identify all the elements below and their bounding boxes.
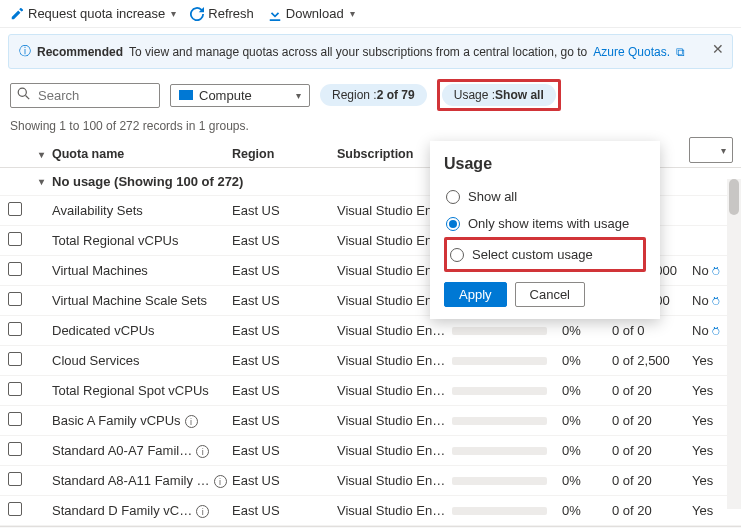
table-row[interactable]: Dedicated vCPUsEast USVisual Studio En…0… bbox=[0, 316, 741, 346]
column-dropdown[interactable]: ▾ bbox=[689, 137, 733, 163]
toolbar: Request quota increase ▾ Refresh Downloa… bbox=[0, 0, 741, 28]
person-icon[interactable]: ⍥ bbox=[709, 323, 721, 338]
refresh-label: Refresh bbox=[208, 6, 254, 21]
info-icon: ⓘ bbox=[19, 43, 31, 60]
table-row[interactable]: Basic A Family vCPUsiEast USVisual Studi… bbox=[0, 406, 741, 436]
row-checkbox[interactable] bbox=[8, 352, 22, 366]
quota-name: Virtual Machines bbox=[52, 263, 232, 278]
radio-custom-usage[interactable]: Select custom usage bbox=[448, 241, 642, 268]
apply-button[interactable]: Apply bbox=[444, 282, 507, 307]
adjustable-cell: No ⍥ bbox=[692, 263, 732, 278]
request-quota-button[interactable]: Request quota increase ▾ bbox=[10, 6, 176, 21]
quota-name: Basic A Family vCPUsi bbox=[52, 413, 232, 429]
pencil-icon bbox=[10, 7, 24, 21]
region-cell: East US bbox=[232, 353, 337, 368]
table-row[interactable]: Standard A8-A11 Family …iEast USVisual S… bbox=[0, 466, 741, 496]
adjustable-cell: Yes bbox=[692, 383, 732, 398]
vertical-scrollbar[interactable] bbox=[727, 179, 741, 509]
region-filter-pill[interactable]: Region : 2 of 79 bbox=[320, 84, 427, 106]
info-icon[interactable]: i bbox=[214, 475, 227, 488]
annotation-outline: Select custom usage bbox=[444, 237, 646, 272]
expand-all-chevron[interactable]: ▾ bbox=[30, 149, 52, 160]
banner-text: To view and manage quotas across all you… bbox=[129, 45, 587, 59]
adjustable-cell: Yes bbox=[692, 443, 732, 458]
usage-bar bbox=[452, 447, 547, 455]
usage-limit: 0 of 20 bbox=[612, 413, 692, 428]
refresh-button[interactable]: Refresh bbox=[190, 6, 254, 21]
info-icon[interactable]: i bbox=[196, 445, 209, 458]
adjustable-cell: No ⍥ bbox=[692, 293, 732, 308]
usage-bar bbox=[452, 387, 547, 395]
chevron-down-icon[interactable]: ▾ bbox=[30, 176, 52, 187]
quota-name: Virtual Machine Scale Sets bbox=[52, 293, 232, 308]
subscription-cell: Visual Studio En… bbox=[337, 323, 452, 338]
usage-limit: 0 of 0 bbox=[612, 323, 692, 338]
row-checkbox[interactable] bbox=[8, 472, 22, 486]
table-row[interactable]: Cloud ServicesEast USVisual Studio En…0%… bbox=[0, 346, 741, 376]
subscription-cell: Visual Studio En… bbox=[337, 413, 452, 428]
chevron-down-icon: ▾ bbox=[721, 145, 726, 156]
usage-bar bbox=[452, 357, 547, 365]
cancel-button[interactable]: Cancel bbox=[515, 282, 585, 307]
radio-label: Only show items with usage bbox=[468, 216, 629, 231]
subscription-cell: Visual Studio En… bbox=[337, 383, 452, 398]
download-button[interactable]: Download ▾ bbox=[268, 6, 355, 21]
radio-label: Show all bbox=[468, 189, 517, 204]
download-label: Download bbox=[286, 6, 344, 21]
person-icon[interactable]: ⍥ bbox=[709, 293, 721, 308]
region-cell: East US bbox=[232, 293, 337, 308]
region-label: Region : bbox=[332, 88, 377, 102]
adjustable-cell: Yes bbox=[692, 353, 732, 368]
row-checkbox[interactable] bbox=[8, 292, 22, 306]
filter-row: Compute ▾ Region : 2 of 79 Usage : Show … bbox=[0, 75, 741, 115]
search-field[interactable] bbox=[36, 87, 153, 104]
radio-only-usage[interactable]: Only show items with usage bbox=[444, 210, 646, 237]
region-cell: East US bbox=[232, 413, 337, 428]
provider-dropdown[interactable]: Compute ▾ bbox=[170, 84, 310, 107]
row-checkbox[interactable] bbox=[8, 382, 22, 396]
recommendation-banner: ⓘ Recommended To view and manage quotas … bbox=[8, 34, 733, 69]
search-icon bbox=[17, 87, 30, 103]
usage-label: Usage : bbox=[454, 88, 495, 102]
subscription-cell: Visual Studio En… bbox=[337, 473, 452, 488]
radio-icon bbox=[446, 190, 460, 204]
records-summary: Showing 1 to 100 of 272 records in 1 gro… bbox=[0, 115, 741, 141]
row-checkbox[interactable] bbox=[8, 412, 22, 426]
row-checkbox[interactable] bbox=[8, 262, 22, 276]
azure-quotas-link[interactable]: Azure Quotas. bbox=[593, 45, 670, 59]
region-cell: East US bbox=[232, 203, 337, 218]
usage-bar bbox=[452, 477, 547, 485]
col-quota[interactable]: Quota name bbox=[52, 147, 232, 161]
region-cell: East US bbox=[232, 443, 337, 458]
row-checkbox[interactable] bbox=[8, 502, 22, 516]
recommended-label: Recommended bbox=[37, 45, 123, 59]
row-checkbox[interactable] bbox=[8, 442, 22, 456]
info-icon[interactable]: i bbox=[185, 415, 198, 428]
radio-icon bbox=[446, 217, 460, 231]
usage-percent: 0% bbox=[562, 443, 612, 458]
info-icon[interactable]: i bbox=[196, 505, 209, 518]
close-icon[interactable]: ✕ bbox=[712, 41, 724, 57]
row-checkbox[interactable] bbox=[8, 322, 22, 336]
quota-name: Dedicated vCPUs bbox=[52, 323, 232, 338]
row-checkbox[interactable] bbox=[8, 232, 22, 246]
table-row[interactable]: Total Regional Spot vCPUsEast USVisual S… bbox=[0, 376, 741, 406]
usage-percent: 0% bbox=[562, 383, 612, 398]
table-row[interactable]: Standard D Family vC…iEast USVisual Stud… bbox=[0, 496, 741, 526]
adjustable-cell: Yes bbox=[692, 413, 732, 428]
table-row[interactable]: Standard A0-A7 Famil…iEast USVisual Stud… bbox=[0, 436, 741, 466]
row-checkbox[interactable] bbox=[8, 202, 22, 216]
usage-bar bbox=[452, 417, 547, 425]
usage-filter-pill[interactable]: Usage : Show all bbox=[442, 84, 556, 106]
adjustable-cell: Yes bbox=[692, 473, 732, 488]
radio-show-all[interactable]: Show all bbox=[444, 183, 646, 210]
usage-limit: 0 of 20 bbox=[612, 383, 692, 398]
usage-percent: 0% bbox=[562, 473, 612, 488]
table-container: ▾ ▾ Quota name Region Subscription C ble… bbox=[0, 141, 741, 526]
search-input[interactable] bbox=[10, 83, 160, 108]
scrollbar-thumb[interactable] bbox=[729, 179, 739, 215]
usage-popup: Usage Show all Only show items with usag… bbox=[430, 141, 660, 319]
col-region[interactable]: Region bbox=[232, 147, 337, 161]
chevron-down-icon: ▾ bbox=[171, 8, 176, 19]
person-icon[interactable]: ⍥ bbox=[709, 263, 721, 278]
